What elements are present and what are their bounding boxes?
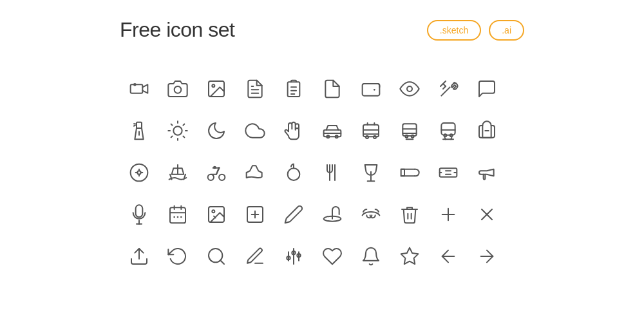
sketch-badge[interactable]: .sketch [427,20,481,41]
arrow-right-icon [468,235,506,277]
svg-line-50 [445,137,446,139]
svg-line-26 [183,136,184,137]
svg-point-22 [173,126,182,135]
clipboard-icon [274,68,313,109]
wallet-icon [352,68,390,109]
pen-icon [274,193,313,235]
cloud-icon [236,109,274,151]
svg-rect-0 [131,84,143,93]
page-header: Free icon set .sketch .ai [120,18,524,42]
svg-point-13 [407,86,412,91]
heart-icon [313,235,352,277]
svg-point-54 [208,174,214,180]
photo-icon [197,193,236,235]
ship-icon [158,151,197,193]
disguise-icon [352,193,390,235]
moon-icon [197,109,236,151]
calendar-icon [158,193,197,235]
bell-icon [352,235,390,277]
document-icon [236,68,274,109]
svg-point-78 [212,210,214,213]
search-icon [197,235,236,277]
ai-badge[interactable]: .ai [489,20,524,41]
wine-icon [352,151,390,193]
image-icon [197,68,236,109]
badge-group: .sketch .ai [427,20,524,41]
fork-knife-icon [313,151,352,193]
sun-icon [158,109,197,151]
tram-icon [390,109,429,151]
video-camera-icon [120,68,158,109]
camera-icon [158,68,197,109]
shoe-icon [236,151,274,193]
microphone-icon [120,193,158,235]
icon-grid [120,68,524,277]
backpack-icon [468,109,506,151]
svg-line-25 [171,124,173,125]
sliders-icon [274,235,313,277]
svg-marker-97 [401,247,419,263]
eye-icon [390,68,429,109]
food-icon [390,151,429,193]
train-icon [429,109,468,151]
tools-icon [429,68,468,109]
svg-line-51 [451,137,451,139]
svg-line-17 [443,86,446,89]
svg-point-4 [212,84,214,87]
locomotive-icon [120,151,158,193]
add-doc-icon [236,193,274,235]
flashlight-icon [120,109,158,151]
refresh-icon [158,235,197,277]
svg-rect-46 [441,123,455,135]
svg-line-30 [183,124,184,125]
times-icon [468,193,506,235]
edit-icon [236,235,274,277]
svg-point-1 [134,84,136,86]
svg-rect-62 [401,169,404,176]
svg-rect-18 [137,122,142,128]
file-icon [313,68,352,109]
glove-icon [274,109,313,151]
svg-rect-12 [363,84,380,96]
svg-line-90 [220,260,224,264]
taxi-icon [313,109,352,151]
upload-icon [120,235,158,277]
bicycle-icon [197,151,236,193]
fruit-icon [274,151,313,193]
trash-icon [390,193,429,235]
svg-line-21 [134,125,135,126]
page-title: Free icon set [120,18,234,42]
svg-rect-40 [402,124,416,136]
hat-icon [313,193,352,235]
svg-point-55 [219,174,225,180]
megaphone-icon [468,151,506,193]
plus-icon [429,193,468,235]
svg-rect-35 [363,124,379,137]
svg-point-57 [288,168,300,180]
svg-point-2 [175,86,182,93]
ticket-icon [429,151,468,193]
svg-line-29 [171,136,173,137]
bus-icon [352,109,390,151]
star-icon [390,235,429,277]
arrow-left-icon [429,235,468,277]
chat-icon [468,68,506,109]
svg-rect-70 [170,207,185,223]
